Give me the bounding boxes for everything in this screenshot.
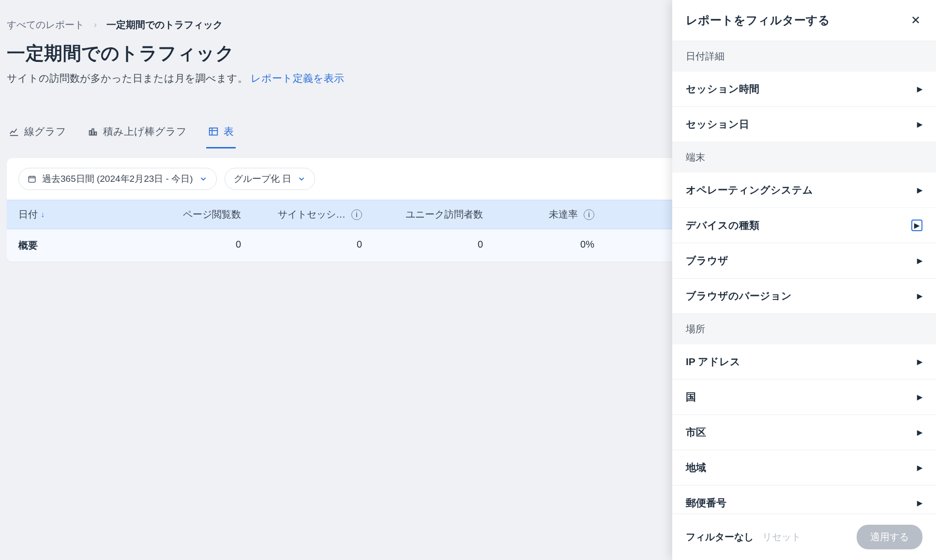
svg-rect-1 — [90, 131, 91, 135]
filter-session-day-label: セッション日 — [686, 118, 749, 131]
info-icon[interactable]: i — [351, 209, 362, 220]
filter-region[interactable]: 地域 ▶ — [672, 450, 936, 486]
filter-city[interactable]: 市区 ▶ — [672, 415, 936, 450]
close-button[interactable]: ✕ — [909, 12, 922, 29]
col-bounce-label: 未達率 — [549, 208, 578, 221]
col-date[interactable]: 日付 ↓ — [18, 208, 144, 221]
tab-line-label: 線グラフ — [24, 125, 66, 138]
svg-rect-2 — [92, 129, 94, 135]
chevron-right-icon: ▶ — [911, 220, 922, 231]
col-sessions[interactable]: サイトセッシ… i — [241, 208, 362, 221]
page-title: 一定期間でのトラフィック — [7, 41, 723, 66]
cell-unique: 0 — [362, 239, 483, 252]
info-icon[interactable]: i — [584, 209, 594, 220]
filter-country[interactable]: 国 ▶ — [672, 380, 936, 415]
filter-region-label: 地域 — [686, 461, 706, 474]
group-by-select[interactable]: グループ化 日 — [225, 168, 315, 190]
col-sessions-label: サイトセッシ… — [278, 208, 346, 221]
chevron-right-icon: ▶ — [917, 393, 922, 401]
filter-panel: レポートをフィルターする ✕ 日付詳細 セッション時間 ▶ セッション日 ▶ 端… — [672, 0, 936, 560]
page-subtitle: サイトの訪問数が多かった日または月を調べます。 レポート定義を表示 — [7, 72, 723, 85]
chevron-right-icon: ▶ — [917, 428, 922, 436]
cell-page-views: 0 — [144, 239, 241, 252]
filter-device-type-label: デバイスの種類 — [686, 219, 759, 232]
filter-os-label: オペレーティングシステム — [686, 183, 813, 197]
filter-browser-version[interactable]: ブラウザのバージョン ▶ — [672, 279, 936, 314]
col-page-views[interactable]: ページ閲覧数 — [144, 208, 241, 221]
filter-session-time[interactable]: セッション時間 ▶ — [672, 72, 936, 107]
chevron-right-icon: ▶ — [917, 120, 922, 128]
cell-date: 概要 — [18, 239, 144, 252]
col-unique-label: ユニーク訪問者数 — [406, 208, 483, 221]
report-definition-link[interactable]: レポート定義を表示 — [251, 73, 344, 84]
tab-table[interactable]: 表 — [206, 121, 236, 148]
chevron-right-icon: › — [94, 20, 97, 30]
page-subtitle-text: サイトの訪問数が多かった日または月を調べます。 — [7, 73, 248, 84]
section-device: 端末 — [672, 142, 936, 173]
filter-browser-version-label: ブラウザのバージョン — [686, 289, 792, 303]
col-page-views-label: ページ閲覧数 — [183, 208, 241, 221]
apply-button[interactable]: 適用する — [857, 525, 922, 549]
group-by-label: グループ化 日 — [234, 173, 291, 185]
filter-session-day[interactable]: セッション日 ▶ — [672, 107, 936, 142]
date-range-select[interactable]: 過去365日間 (2024年2月23日 - 今日) — [18, 168, 217, 190]
svg-rect-4 — [210, 128, 218, 135]
reset-link[interactable]: リセット — [762, 531, 801, 544]
table-icon — [208, 126, 219, 137]
col-unique[interactable]: ユニーク訪問者数 — [362, 208, 483, 221]
cell-sessions: 0 — [241, 239, 362, 252]
filter-os[interactable]: オペレーティングシステム ▶ — [672, 173, 936, 208]
chevron-right-icon: ▶ — [917, 499, 922, 507]
filter-browser-label: ブラウザ — [686, 254, 728, 267]
close-icon: ✕ — [911, 14, 921, 27]
col-date-label: 日付 — [18, 208, 38, 221]
col-bounce[interactable]: 未達率 i — [483, 208, 594, 221]
breadcrumb-root[interactable]: すべてのレポート — [7, 18, 84, 31]
stacked-bar-icon — [88, 126, 98, 137]
cell-bounce: 0% — [483, 239, 594, 252]
filter-browser[interactable]: ブラウザ ▶ — [672, 243, 936, 279]
chevron-right-icon: ▶ — [917, 186, 922, 194]
breadcrumb-current: 一定期間でのトラフィック — [106, 18, 223, 31]
svg-rect-3 — [95, 132, 97, 135]
filter-postal[interactable]: 郵便番号 ▶ — [672, 486, 936, 514]
tab-line-chart[interactable]: 線グラフ — [7, 121, 68, 148]
tab-table-label: 表 — [224, 125, 234, 138]
tab-stacked-bar[interactable]: 積み上げ棒グラフ — [86, 121, 189, 148]
chevron-right-icon: ▶ — [917, 358, 922, 366]
calendar-icon — [28, 175, 36, 183]
chevron-down-icon — [297, 175, 306, 183]
chevron-right-icon: ▶ — [917, 85, 922, 93]
section-location: 場所 — [672, 314, 936, 344]
filter-ip[interactable]: IP アドレス ▶ — [672, 344, 936, 380]
filter-postal-label: 郵便番号 — [686, 496, 726, 510]
filter-ip-label: IP アドレス — [686, 355, 740, 368]
filter-country-label: 国 — [686, 390, 696, 404]
filter-count: フィルターなし — [686, 531, 754, 544]
filter-city-label: 市区 — [686, 426, 706, 439]
tab-stacked-label: 積み上げ棒グラフ — [103, 125, 187, 138]
chevron-right-icon: ▶ — [917, 257, 922, 265]
section-date-detail: 日付詳細 — [672, 41, 936, 72]
chart-tabs: 線グラフ 積み上げ棒グラフ 表 — [7, 121, 236, 148]
line-chart-icon — [9, 126, 19, 137]
filter-session-time-label: セッション時間 — [686, 82, 759, 96]
svg-rect-6 — [29, 177, 35, 182]
chevron-right-icon: ▶ — [917, 464, 922, 472]
chevron-right-icon: ▶ — [917, 292, 922, 300]
date-range-label: 過去365日間 (2024年2月23日 - 今日) — [42, 173, 193, 185]
filter-panel-title: レポートをフィルターする — [686, 13, 830, 28]
filter-device-type[interactable]: デバイスの種類 ▶ — [672, 208, 936, 243]
chevron-down-icon — [199, 175, 208, 183]
sort-down-icon: ↓ — [41, 210, 45, 219]
